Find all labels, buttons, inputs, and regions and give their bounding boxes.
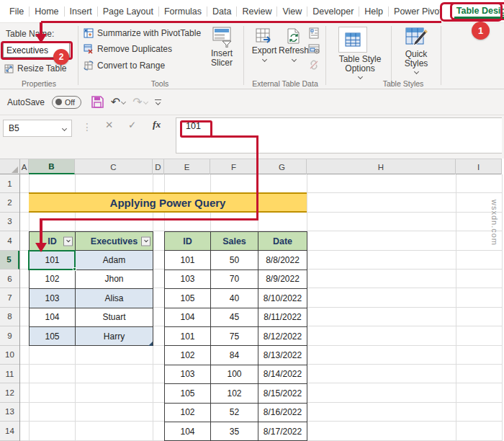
- redo-button[interactable]: ↷: [132, 97, 147, 108]
- open-in-browser-button[interactable]: [308, 43, 320, 55]
- table-cell[interactable]: 8/17/2022: [258, 422, 307, 440]
- table-cell[interactable]: 8/16/2022: [258, 403, 307, 422]
- sales-table-header-id[interactable]: ID: [165, 232, 211, 251]
- insert-slicer-button[interactable]: Insert Slicer: [204, 26, 239, 68]
- table-cell[interactable]: 52: [211, 403, 258, 422]
- table-cell[interactable]: 105: [30, 326, 76, 345]
- table-cell[interactable]: 104: [165, 308, 211, 326]
- tab-formulas[interactable]: Formulas: [159, 6, 207, 17]
- selected-cell-border[interactable]: [28, 250, 76, 270]
- column-header-E[interactable]: E: [164, 159, 210, 174]
- insert-function-button[interactable]: fx: [153, 119, 161, 130]
- summarize-with-pivottable-button[interactable]: Summarize with PivotTable: [84, 27, 201, 40]
- table-cell[interactable]: 105: [165, 384, 211, 403]
- tab-view[interactable]: View: [277, 6, 307, 17]
- row-header-10[interactable]: 10: [0, 346, 19, 365]
- table-cell[interactable]: 8/13/2022: [258, 346, 307, 365]
- row-header-8[interactable]: 8: [0, 308, 19, 326]
- table-cell[interactable]: 75: [211, 326, 258, 345]
- enter-button[interactable]: ✓: [128, 119, 136, 130]
- tab-file[interactable]: File: [4, 6, 29, 17]
- table-cell[interactable]: 104: [165, 422, 211, 440]
- table-cell[interactable]: 103: [30, 289, 76, 308]
- table-cell[interactable]: Harry: [76, 326, 153, 345]
- column-header-B[interactable]: B: [29, 159, 75, 174]
- table-cell[interactable]: 101: [165, 326, 211, 345]
- table-cell[interactable]: 103: [165, 365, 211, 383]
- column-header-C[interactable]: C: [75, 159, 153, 174]
- name-box[interactable]: B5: [3, 120, 72, 137]
- row-header-13[interactable]: 13: [0, 403, 19, 422]
- row-header-3[interactable]: 3: [0, 213, 19, 231]
- table-cell[interactable]: 101: [165, 251, 211, 270]
- row-header-6[interactable]: 6: [0, 270, 19, 288]
- customize-qat-button[interactable]: [155, 99, 161, 104]
- column-header-G[interactable]: G: [258, 159, 307, 174]
- column-header-F[interactable]: F: [210, 159, 258, 174]
- autosave-toggle[interactable]: Off: [52, 96, 81, 109]
- fill-handle[interactable]: [73, 267, 76, 271]
- title-banner-cell[interactable]: Applying Power Query: [29, 192, 307, 213]
- column-header-A[interactable]: A: [20, 159, 29, 174]
- row-header-5[interactable]: 5: [0, 251, 19, 270]
- tab-power-pivot[interactable]: Power Pivot: [389, 6, 447, 17]
- table-cell[interactable]: 8/11/2022: [258, 308, 307, 326]
- row-header-9[interactable]: 9: [0, 326, 19, 345]
- table-cell[interactable]: 8/12/2022: [258, 326, 307, 345]
- table-style-options-button[interactable]: [338, 27, 367, 53]
- tab-home[interactable]: Home: [30, 6, 63, 17]
- table-cell[interactable]: 8/8/2022: [258, 251, 307, 270]
- tab-help[interactable]: Help: [359, 6, 388, 17]
- tab-insert[interactable]: Insert: [65, 6, 97, 17]
- row-header-12[interactable]: 12: [0, 383, 19, 402]
- table-cell[interactable]: 8/15/2022: [258, 384, 307, 403]
- table-cell[interactable]: 102: [211, 384, 258, 403]
- table-cell[interactable]: 35: [211, 422, 258, 440]
- cancel-button[interactable]: ✕: [105, 119, 113, 130]
- table-cell[interactable]: 103: [165, 270, 211, 288]
- table-cell[interactable]: Jhon: [76, 270, 153, 288]
- table-cell[interactable]: 100: [211, 365, 258, 383]
- table-resize-handle[interactable]: [148, 342, 153, 346]
- filter-dropdown-button[interactable]: [141, 236, 150, 246]
- column-header-H[interactable]: H: [307, 159, 456, 174]
- tab-developer[interactable]: Developer: [307, 6, 359, 17]
- select-all-corner[interactable]: [0, 159, 20, 174]
- convert-to-range-button[interactable]: Convert to Range: [84, 59, 165, 72]
- table-cell[interactable]: 84: [211, 346, 258, 365]
- unlink-button[interactable]: [308, 59, 320, 71]
- row-header-1[interactable]: 1: [0, 174, 19, 193]
- table-cell[interactable]: 102: [165, 346, 211, 365]
- row-header-2[interactable]: 2: [0, 193, 19, 212]
- quick-styles-button[interactable]: Quick Styles: [397, 26, 435, 74]
- tab-review[interactable]: Review: [237, 6, 276, 17]
- export-button[interactable]: Export: [250, 27, 279, 61]
- table-cell[interactable]: 8/10/2022: [258, 289, 307, 308]
- sales-table-header-date[interactable]: Date: [258, 232, 307, 251]
- table-cell[interactable]: 40: [211, 289, 258, 308]
- data-range-properties-button[interactable]: [308, 27, 320, 39]
- table-cell[interactable]: 8/9/2022: [258, 270, 307, 288]
- table-cell[interactable]: Stuart: [76, 308, 153, 326]
- column-header-D[interactable]: D: [153, 159, 164, 174]
- filter-dropdown-button[interactable]: [63, 236, 73, 246]
- formula-bar-grip[interactable]: ⋮: [82, 121, 92, 133]
- remove-duplicates-button[interactable]: Remove Duplicates: [84, 43, 172, 55]
- table-style-options-label[interactable]: Table Style Options: [333, 55, 387, 79]
- executives-table-header-executives[interactable]: Executives: [76, 232, 153, 251]
- tab-page-layout[interactable]: Page Layout: [98, 6, 158, 17]
- table-cell[interactable]: 104: [30, 308, 76, 326]
- table-cell[interactable]: 50: [211, 251, 258, 270]
- column-header-I[interactable]: I: [456, 159, 502, 174]
- row-header-7[interactable]: 7: [0, 288, 19, 307]
- table-cell[interactable]: 102: [165, 403, 211, 422]
- undo-button[interactable]: ↶: [111, 97, 125, 108]
- refresh-button[interactable]: Refresh: [279, 27, 308, 61]
- table-cell[interactable]: 8/14/2022: [258, 365, 307, 383]
- tab-data[interactable]: Data: [207, 6, 236, 17]
- row-header-11[interactable]: 11: [0, 365, 19, 383]
- table-cell[interactable]: Alisa: [76, 289, 153, 308]
- table-cell[interactable]: 105: [165, 289, 211, 308]
- table-cell[interactable]: 70: [211, 270, 258, 288]
- table-cell[interactable]: 102: [30, 270, 76, 288]
